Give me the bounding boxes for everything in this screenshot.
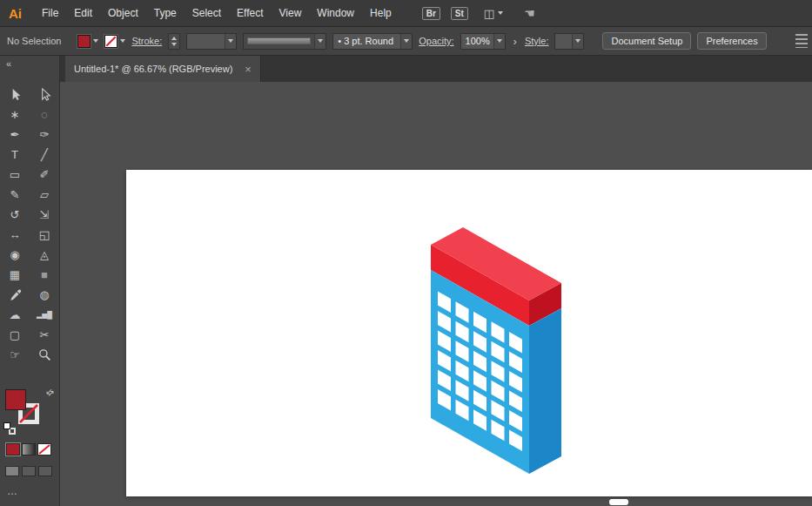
fill-color-swatch[interactable] xyxy=(77,35,91,48)
chevron-down-button[interactable] xyxy=(493,34,505,49)
stroke-color-control[interactable] xyxy=(104,35,125,48)
menu-file[interactable]: File xyxy=(34,0,66,26)
selection-arrow-icon xyxy=(9,88,22,101)
opacity-label[interactable]: Opacity: xyxy=(419,36,453,46)
symbol-sprayer-tool[interactable]: ☁ xyxy=(0,305,30,325)
canvas[interactable] xyxy=(60,82,812,506)
edit-toolbar-button[interactable]: … xyxy=(0,485,59,497)
opacity-options-chevron-icon[interactable]: › xyxy=(513,35,517,48)
menu-help[interactable]: Help xyxy=(362,0,399,26)
draw-normal-button[interactable] xyxy=(5,466,19,476)
menu-window[interactable]: Window xyxy=(309,0,362,26)
preferences-button[interactable]: Preferences xyxy=(697,32,766,50)
chevron-down-button[interactable] xyxy=(314,34,325,49)
zoom-magnifier-icon xyxy=(38,348,51,361)
stepper-down-icon[interactable] xyxy=(171,43,177,46)
shaper-tool[interactable]: ✎ xyxy=(0,185,30,205)
draw-inside-button[interactable] xyxy=(38,466,52,476)
chevron-down-button[interactable] xyxy=(572,34,583,49)
none-slash-icon xyxy=(105,36,117,47)
none-mode-button[interactable] xyxy=(37,443,51,455)
zoom-tool[interactable] xyxy=(30,345,59,365)
mesh-tool[interactable]: ▦ xyxy=(0,265,30,285)
blend-tool[interactable]: ◍ xyxy=(30,285,59,305)
style-select[interactable] xyxy=(554,33,584,50)
bridge-button[interactable]: Br xyxy=(422,7,440,20)
none-slash-icon xyxy=(38,444,50,455)
stroke-weight-stepper[interactable] xyxy=(168,33,180,50)
chevron-down-icon xyxy=(404,39,409,43)
swap-fill-stroke-icon[interactable]: ⇆ xyxy=(44,387,56,399)
style-label[interactable]: Style: xyxy=(525,36,549,46)
menu-select[interactable]: Select xyxy=(185,0,229,26)
document-tab-strip: Untitled-1* @ 66.67% (RGB/Preview) × xyxy=(60,56,812,82)
stroke-weight-select[interactable] xyxy=(186,33,237,50)
stock-button[interactable]: St xyxy=(451,7,468,20)
eraser-tool[interactable]: ▱ xyxy=(30,185,59,205)
pen-tool[interactable]: ✒ xyxy=(0,125,30,145)
rectangle-tool[interactable]: ▭ xyxy=(0,165,30,185)
shape-builder-tool[interactable]: ◉ xyxy=(0,245,30,265)
calendar-illustration[interactable] xyxy=(420,220,568,482)
curvature-tool[interactable]: ✑ xyxy=(30,125,59,145)
chevron-down-icon xyxy=(120,39,125,43)
paintbrush-tool[interactable]: ✐ xyxy=(30,165,59,185)
toolbar-collapse-button[interactable]: « xyxy=(0,56,60,82)
lasso-tool[interactable]: ◌ xyxy=(30,105,59,125)
gradient-tool[interactable]: ■ xyxy=(30,265,59,285)
chevron-down-button[interactable] xyxy=(400,34,412,49)
menu-type[interactable]: Type xyxy=(146,0,185,26)
document-tab-title: Untitled-1* @ 66.67% (RGB/Preview) xyxy=(74,64,232,74)
type-tool[interactable]: T xyxy=(0,145,30,165)
main-area: ∗ ◌ ✒ ✑ T ╱ ▭ ✐ ✎ ▱ ↺ ⇲ ↔ ◱ ◉ ◬ ▦ ■ xyxy=(0,82,812,506)
document-setup-button[interactable]: Document Setup xyxy=(602,32,691,50)
chevron-down-icon xyxy=(318,39,323,43)
stepper-up-icon[interactable] xyxy=(171,37,177,40)
menubar: Ai File Edit Object Type Select Effect V… xyxy=(0,0,812,27)
stroke-color-swatch[interactable] xyxy=(104,35,117,48)
width-profile-select[interactable] xyxy=(243,33,326,50)
fill-stroke-indicator: ⇆ xyxy=(0,388,59,435)
fill-color-control[interactable] xyxy=(77,35,98,48)
perspective-grid-tool[interactable]: ◬ xyxy=(30,245,59,265)
eyedropper-tool[interactable] xyxy=(0,285,30,305)
slice-tool[interactable]: ✂ xyxy=(30,325,59,345)
line-segment-tool[interactable]: ╱ xyxy=(30,145,59,165)
hand-tool[interactable]: ☞ xyxy=(0,345,30,365)
menu-effect[interactable]: Effect xyxy=(229,0,271,26)
menu-view[interactable]: View xyxy=(272,0,310,26)
horizontal-scrollbar-thumb[interactable] xyxy=(609,499,628,505)
magic-wand-tool[interactable]: ∗ xyxy=(0,105,30,125)
document-tab[interactable]: Untitled-1* @ 66.67% (RGB/Preview) × xyxy=(65,56,261,82)
selection-status: No Selection xyxy=(7,36,61,46)
stroke-label[interactable]: Stroke: xyxy=(131,36,162,46)
brush-definition-select[interactable]: • 3 pt. Round xyxy=(332,33,413,50)
free-transform-tool[interactable]: ◱ xyxy=(30,225,59,245)
color-mode-button[interactable] xyxy=(6,443,20,455)
menu-edit[interactable]: Edit xyxy=(66,0,100,26)
width-tool[interactable]: ↔ xyxy=(0,225,30,245)
brush-definition-value-wrap: • 3 pt. Round xyxy=(333,36,400,46)
tab-row: « Untitled-1* @ 66.67% (RGB/Preview) × xyxy=(0,56,812,82)
menu-object[interactable]: Object xyxy=(100,0,146,26)
selection-tool[interactable] xyxy=(0,84,30,105)
scale-tool[interactable]: ⇲ xyxy=(30,205,59,225)
opacity-select[interactable]: 100% xyxy=(460,33,506,50)
fill-swatch[interactable] xyxy=(5,389,26,410)
chevron-down-button[interactable] xyxy=(225,34,236,49)
illustrator-window: Ai File Edit Object Type Select Effect V… xyxy=(0,0,812,506)
gradient-mode-button[interactable] xyxy=(22,443,36,455)
touch-workspace-icon[interactable]: ☚ xyxy=(524,6,535,20)
tools-grid: ∗ ◌ ✒ ✑ T ╱ ▭ ✐ ✎ ▱ ↺ ⇲ ↔ ◱ ◉ ◬ ▦ ■ xyxy=(0,82,59,365)
tab-close-icon[interactable]: × xyxy=(245,63,252,76)
dock-control-panel-icon[interactable] xyxy=(795,34,808,48)
arrange-documents-button[interactable]: ◫ xyxy=(484,7,503,20)
default-fill-stroke-icon[interactable] xyxy=(3,422,16,435)
artboard-tool[interactable]: ▢ xyxy=(0,325,30,345)
direct-selection-tool[interactable] xyxy=(30,84,59,105)
draw-behind-button[interactable] xyxy=(22,466,36,476)
width-profile-preview xyxy=(247,37,311,44)
column-graph-tool[interactable]: ▂▅█ xyxy=(30,305,59,325)
rotate-tool[interactable]: ↺ xyxy=(0,205,30,225)
chevron-down-icon xyxy=(93,39,98,43)
